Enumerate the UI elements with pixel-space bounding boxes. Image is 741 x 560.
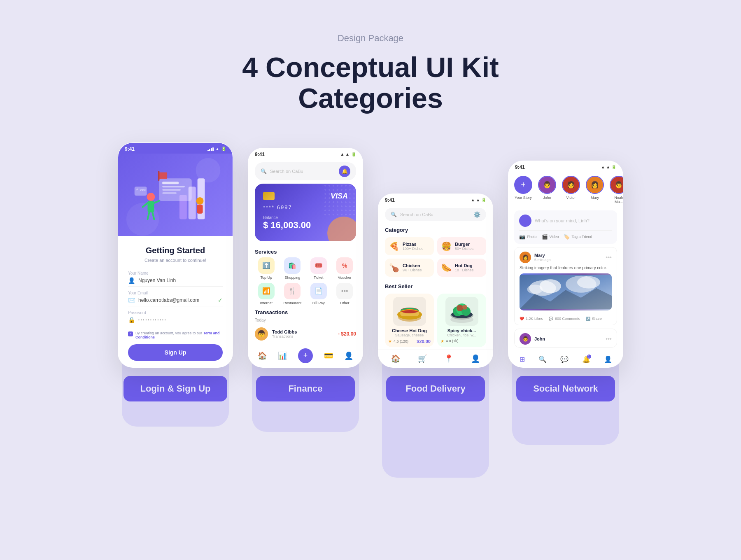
cat-hotdog[interactable]: 🌭 Hot Dog 10+ Dishes bbox=[437, 259, 486, 277]
story-victor[interactable]: 🧑 Victor bbox=[562, 176, 580, 204]
svg-point-34 bbox=[462, 305, 467, 310]
category-title: Category bbox=[385, 227, 486, 235]
likes-action[interactable]: ❤️ 1.2K Likes bbox=[520, 317, 543, 321]
signup-button[interactable]: Sign Up bbox=[128, 344, 223, 361]
food-location-icon[interactable]: 📍 bbox=[444, 354, 453, 363]
pizza-name: Pizzas bbox=[403, 242, 423, 247]
terms-row: ✓ By creating an account, you agree to o… bbox=[128, 331, 223, 339]
social-search-icon[interactable]: 🔍 bbox=[538, 355, 547, 363]
email-icon: ✉️ bbox=[128, 297, 135, 303]
card-nav-icon[interactable]: 💳 bbox=[324, 351, 333, 360]
story-your-story[interactable]: + Your Story bbox=[514, 176, 532, 204]
add-nav-button[interactable]: + bbox=[298, 348, 313, 363]
card-chip bbox=[263, 192, 275, 200]
billpay-icon: 📄 bbox=[315, 287, 323, 295]
svg-rect-11 bbox=[147, 201, 154, 212]
social-profile-icon[interactable]: 👤 bbox=[604, 355, 612, 363]
notification-dot[interactable]: 🔔 bbox=[339, 166, 350, 177]
phone4-wrapper: 9:41 ▲ ▲ 🔋 + Your Story bbox=[508, 161, 623, 401]
name-field[interactable]: 👤 Nguyen Van Linh bbox=[128, 277, 223, 287]
chicken-count: 9K+ Dishes bbox=[403, 268, 422, 272]
cat-chicken[interactable]: 🍗 Chicken 9K+ Dishes bbox=[385, 259, 434, 277]
phone1-getting-started: Getting Started bbox=[128, 246, 223, 255]
svg-rect-22 bbox=[158, 171, 159, 181]
service-internet[interactable]: 📶 Internet bbox=[255, 283, 278, 305]
post2-menu-icon[interactable]: ••• bbox=[606, 336, 612, 342]
trans-info: Todd Gibbs Transactions bbox=[272, 329, 334, 338]
tag-action[interactable]: 🏷️ Tag a Friend bbox=[564, 234, 592, 240]
post-author: Mary bbox=[534, 253, 551, 258]
food-search-icon: 🔍 bbox=[391, 212, 397, 217]
john-avatar: 👨 bbox=[538, 176, 556, 194]
post-composer[interactable]: What's on your mind, Linh? 📷 Photo 🎬 Vid… bbox=[514, 210, 617, 244]
service-shopping[interactable]: 🛍️ Shopping bbox=[281, 257, 304, 280]
svg-point-37 bbox=[540, 279, 561, 293]
video-icon: 🎬 bbox=[542, 234, 548, 240]
pizza-emoji: 🍕 bbox=[389, 241, 399, 251]
phone2-search[interactable]: 🔍 Search on CaBu 🔔 bbox=[255, 162, 356, 180]
food-card-spicy[interactable]: Spicy chick... Chicken, rice, w... ★ 4.0… bbox=[437, 294, 486, 347]
phone4-time: 9:41 bbox=[515, 164, 525, 170]
post-header: 👩 Mary 5 min ago ••• bbox=[515, 247, 617, 266]
comments-action[interactable]: 💬 600 Comments bbox=[549, 317, 580, 321]
hotdog-price: $20.00 bbox=[417, 339, 431, 344]
phone1-status-icons: ▲ 🔋 bbox=[207, 147, 226, 151]
service-billpay[interactable]: 📄 Bill Pay bbox=[307, 283, 330, 305]
spicy-rating-row: ★ 4.0 (1k) bbox=[440, 339, 483, 343]
social-bell-icon[interactable]: 🔔1 bbox=[582, 355, 590, 363]
hotdog-name: Hot Dog bbox=[455, 263, 473, 268]
food-search[interactable]: 🔍 Search on CaBu ⚙️ bbox=[385, 208, 486, 221]
terms-checkbox[interactable]: ✓ bbox=[128, 331, 133, 336]
service-voucher[interactable]: % Voucher bbox=[333, 257, 357, 280]
svg-text:Done: Done bbox=[140, 189, 146, 191]
internet-label: Internet bbox=[260, 301, 273, 305]
phone3: 9:41 ▲ ▲ 🔋 🔍 Search on CaBu ⚙️ Category bbox=[378, 194, 493, 368]
today-label: Today bbox=[248, 318, 363, 324]
story-noah[interactable]: 👨 Noah Ma... bbox=[610, 176, 623, 204]
cat-pizza[interactable]: 🍕 Pizzas 100+ Dishes bbox=[385, 237, 434, 255]
header: Design Package 4 Conceptual UI Kit Categ… bbox=[242, 0, 499, 134]
comment-icon: 💬 bbox=[549, 317, 553, 321]
profile-nav-icon[interactable]: 👤 bbox=[344, 351, 353, 360]
svg-rect-17 bbox=[197, 204, 203, 213]
password-dots: •••••••••••• bbox=[138, 318, 167, 322]
cat-burger[interactable]: 🍔 Burger 50+ Dishes bbox=[437, 237, 486, 255]
service-restaurant[interactable]: 🍴 Restaurant bbox=[281, 283, 304, 305]
share-action[interactable]: ↗️ Share bbox=[586, 317, 602, 321]
svg-rect-9 bbox=[162, 192, 177, 194]
social-grid-icon[interactable]: ⊞ bbox=[520, 355, 525, 363]
restaurant-icon: 🍴 bbox=[288, 287, 296, 295]
phone2-wrapper: 9:41 ▲ ▲ 🔋 🔍 Search on CaBu 🔔 bbox=[248, 148, 363, 401]
food-home-icon[interactable]: 🏠 bbox=[391, 354, 400, 363]
finance-card: **** 6997 VISA Balance $ 16,003.00 bbox=[255, 184, 356, 241]
email-field[interactable]: ✉️ hello.carrotlabs@gmail.com ✓ bbox=[128, 297, 223, 306]
story-john[interactable]: 👨 John bbox=[538, 176, 556, 204]
hotdog-food-name: Cheese Hot Dog bbox=[388, 328, 431, 333]
post-mary-avatar: 👩 bbox=[520, 252, 531, 263]
home-nav-icon[interactable]: 🏠 bbox=[258, 351, 267, 360]
phone3-status-bar: 9:41 ▲ ▲ 🔋 bbox=[378, 194, 493, 205]
social-chat-icon[interactable]: 💬 bbox=[560, 355, 569, 363]
service-ticket[interactable]: 🎟️ Ticket bbox=[307, 257, 330, 280]
phone1-hero: ✓ Done bbox=[118, 154, 233, 236]
trans-name: Todd Gibbs bbox=[272, 329, 334, 334]
food-card-hotdog[interactable]: Cheese Hot Dog Sausage, cheese ★ 4.5 (12… bbox=[385, 294, 434, 347]
password-field[interactable]: 🔒 •••••••••••• bbox=[128, 317, 223, 326]
phone3-wrapper: 9:41 ▲ ▲ 🔋 🔍 Search on CaBu ⚙️ Category bbox=[378, 194, 493, 401]
food-cart-icon[interactable]: 🛒 bbox=[418, 354, 427, 363]
phone1: 9:41 ▲ 🔋 bbox=[118, 142, 233, 368]
video-action[interactable]: 🎬 Video bbox=[542, 234, 559, 240]
post-menu-icon[interactable]: ••• bbox=[606, 254, 612, 261]
phone4-bottom-nav: ⊞ 🔍 💬 🔔1 👤 bbox=[508, 351, 623, 367]
service-other[interactable]: ••• Other bbox=[333, 283, 357, 305]
phone3-bottom-nav: 🏠 🛒 📍 👤 bbox=[378, 350, 493, 367]
chicken-name: Chicken bbox=[403, 263, 422, 268]
story-mary[interactable]: 👩 Mary bbox=[586, 176, 604, 204]
service-topup[interactable]: ⬆️ Top Up bbox=[255, 257, 278, 280]
phone2-status-icons: ▲ ▲ 🔋 bbox=[340, 152, 356, 156]
food-profile-icon[interactable]: 👤 bbox=[471, 354, 480, 363]
photo-action[interactable]: 📷 Photo bbox=[519, 234, 537, 240]
chart-nav-icon[interactable]: 📊 bbox=[278, 351, 287, 360]
filter-icon[interactable]: ⚙️ bbox=[473, 211, 480, 218]
email-value: hello.carrotlabs@gmail.com bbox=[138, 297, 199, 303]
